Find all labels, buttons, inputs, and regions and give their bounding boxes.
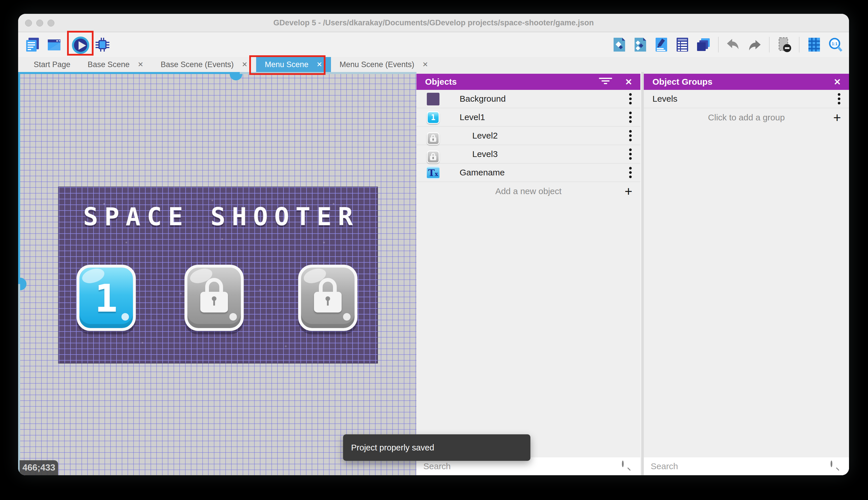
scene-window-icon[interactable] [46,37,62,53]
window-title: GDevelop 5 - /Users/dkarakay/Documents/G… [18,14,849,32]
object-groups-panel-title: Object Groups [653,77,712,87]
annotation-box-menu-scene-tab [249,55,326,75]
scene-editor-canvas[interactable]: SPACE SHOOTER 1 [18,72,417,475]
object-name: Gamename [460,168,505,178]
game-title-text-object[interactable]: SPACE SHOOTER [59,202,377,231]
panel-divider[interactable] [640,72,644,475]
level3-button-object[interactable] [298,265,357,331]
level2-button-object[interactable] [185,265,244,331]
object-menu-kebab-icon[interactable] [629,93,632,104]
toolbar-left-group [18,37,110,53]
tab-close-icon[interactable]: ✕ [422,60,428,69]
vertical-scrollbar[interactable] [18,72,20,475]
minimize-window-button[interactable] [36,20,43,26]
annotation-box-play-button [67,31,94,56]
titlebar: GDevelop 5 - /Users/dkarakay/Documents/G… [18,14,849,32]
render-mask-icon[interactable] [776,37,792,53]
horizontal-scrollbar-handle[interactable] [230,74,242,80]
traffic-lights [25,20,55,26]
tab-base-scene-events[interactable]: Base Scene (Events) ✕ [152,57,256,72]
toolbar-separator [799,37,799,53]
scene-background-object[interactable]: SPACE SHOOTER 1 [58,186,378,363]
filter-icon[interactable] [599,78,612,86]
objects-panel-header: Objects ✕ [417,74,640,90]
group-row-levels[interactable]: Levels [644,90,849,108]
tab-close-icon[interactable]: ✕ [242,60,247,69]
tab-menu-scene-events[interactable]: Menu Scene (Events) ✕ [331,57,437,72]
undo-icon[interactable] [725,37,741,53]
horizontal-scrollbar[interactable] [18,72,417,74]
zoom-1-1-icon[interactable]: 1:1 [827,37,843,53]
tab-label: Menu Scene (Events) [340,60,414,69]
group-name: Levels [653,94,678,104]
object-row-level2[interactable]: Level2 [417,127,640,145]
object-groups-panel: Object Groups ✕ Levels Click to add a gr… [644,72,849,475]
debug-icon[interactable] [94,37,110,53]
object-groups-panel-icon[interactable] [632,37,648,53]
locked-thumbnail-icon [427,132,439,145]
object-groups-search-bar [644,457,849,475]
gloss-dot [343,313,351,320]
lock-icon [314,278,342,315]
objects-panel: Objects ✕ Background 1 Level1 Level2 [417,72,640,475]
tab-label: Base Scene (Events) [161,60,234,69]
background-swatch-icon [427,93,439,105]
text-object-icon: Tx [427,167,439,179]
instances-list-panel-icon[interactable] [674,37,690,53]
toolbar-separator [769,37,770,53]
search-magnifier-icon [831,462,840,471]
object-menu-kebab-icon[interactable] [629,149,632,160]
object-name: Level3 [472,149,497,159]
star-speck [103,203,105,205]
object-name: Background [460,94,506,104]
objects-panel-icon[interactable] [611,37,627,53]
object-row-background[interactable]: Background [417,90,640,108]
group-menu-kebab-icon[interactable] [838,93,840,104]
close-window-button[interactable] [25,20,32,26]
vertical-scrollbar-handle[interactable] [20,278,26,290]
object-row-gamename[interactable]: Tx Gamename [417,163,640,182]
object-menu-kebab-icon[interactable] [629,130,632,141]
cursor-coordinates-readout: 466;433 [20,460,58,475]
toolbar: 1:1 [18,32,849,57]
star-speck [285,345,287,347]
layers-panel-icon[interactable] [695,37,712,53]
save-toast: Project properly saved [343,434,530,461]
object-name: Level1 [460,112,485,122]
star-speck [221,238,223,240]
tab-base-scene[interactable]: Base Scene ✕ [79,57,152,72]
add-group-plus-icon[interactable]: + [833,111,841,124]
add-new-object-row[interactable]: Add a new object + [417,182,640,201]
project-manager-icon[interactable] [24,37,40,53]
add-object-plus-icon[interactable]: + [624,185,632,198]
properties-panel-icon[interactable] [653,37,669,53]
toolbar-right-group: 1:1 [611,32,843,57]
star-speck [333,203,335,205]
object-name: Level2 [472,131,497,140]
star-speck [142,342,143,344]
star-speck [323,242,325,243]
redo-icon[interactable] [746,37,762,53]
star-speck [259,289,261,291]
close-objects-panel-icon[interactable]: ✕ [625,77,632,87]
grid-icon[interactable] [806,37,822,53]
level1-thumbnail-icon: 1 [427,111,439,124]
add-group-label: Click to add a group [708,113,785,122]
object-menu-kebab-icon[interactable] [629,167,632,178]
level1-button-object[interactable]: 1 [77,265,136,331]
object-groups-search-input[interactable] [644,457,849,475]
add-new-object-label: Add a new object [495,186,562,196]
star-speck [126,242,127,243]
star-speck [180,293,181,294]
object-row-level1[interactable]: 1 Level1 [417,108,640,127]
tab-close-icon[interactable]: ✕ [138,60,143,69]
object-row-level3[interactable]: Level3 [417,145,640,163]
object-menu-kebab-icon[interactable] [629,112,632,123]
tab-start-page[interactable]: Start Page [25,57,79,72]
close-object-groups-panel-icon[interactable]: ✕ [834,77,841,87]
gdevelop-window: GDevelop 5 - /Users/dkarakay/Documents/G… [18,14,849,475]
svg-text:1:1: 1:1 [832,42,837,46]
object-groups-panel-header: Object Groups ✕ [644,74,849,90]
maximize-window-button[interactable] [47,20,55,26]
add-group-row[interactable]: Click to add a group + [644,108,849,127]
